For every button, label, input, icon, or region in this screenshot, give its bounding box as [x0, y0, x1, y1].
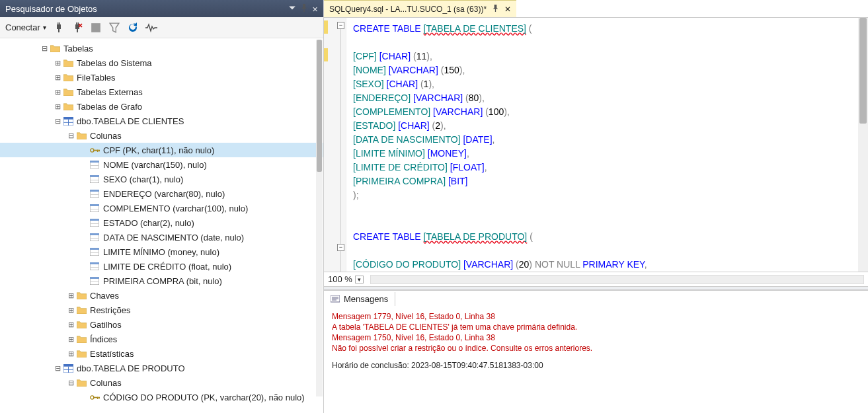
tree-node-estatisticas[interactable]: ⊞Estatísticas — [0, 346, 323, 361]
tree-node-col-endereco[interactable]: ENDEREÇO (varchar(80), nulo) — [0, 186, 323, 201]
messages-pane[interactable]: Mensagem 1779, Nível 16, Estado 0, Linha… — [324, 307, 868, 413]
folder-icon — [75, 335, 87, 343]
refresh-icon[interactable] — [127, 22, 139, 34]
message-line: Mensagem 1750, Nível 16, Estado 0, Linha… — [332, 332, 860, 343]
scrollbar-thumb[interactable] — [859, 18, 867, 124]
tree-node-tabelas-sistema[interactable]: ⊞Tabelas do Sistema — [0, 56, 323, 70]
expand-icon[interactable]: ⊞ — [66, 335, 75, 344]
column-icon — [89, 161, 100, 169]
zoom-dropdown-icon[interactable]: ▾ — [355, 276, 364, 283]
messages-icon — [331, 295, 340, 303]
expand-icon[interactable]: ⊞ — [66, 320, 75, 329]
activity-icon[interactable] — [145, 22, 157, 34]
tree-node-restricoes[interactable]: ⊞Restrições — [0, 303, 323, 317]
folder-icon — [75, 306, 87, 314]
filter-icon[interactable] — [108, 22, 120, 34]
tree-node-col-codigo-produto[interactable]: CÓDIGO DO PRODUTO (PK, varchar(20), não … — [0, 390, 323, 404]
tree-node-tabelas-grafo[interactable]: ⊞Tabelas de Grafo — [0, 99, 323, 114]
tree-node-col-complemento[interactable]: COMPLEMENTO (varchar(100), nulo) — [0, 201, 323, 215]
collapse-icon[interactable]: ⊟ — [53, 364, 62, 373]
editor-gutter: − − — [324, 18, 346, 272]
column-icon — [89, 277, 100, 285]
object-explorer-toolbar: Conectar — [0, 17, 323, 38]
change-marker — [324, 20, 328, 34]
pin-icon[interactable] — [492, 5, 499, 14]
expand-icon[interactable]: ⊞ — [66, 306, 75, 315]
tree-node-gatilhos[interactable]: ⊞Gatilhos — [0, 317, 323, 332]
disconnect-icon[interactable] — [71, 22, 83, 34]
connect-icon[interactable] — [53, 22, 65, 34]
messages-tab[interactable]: Mensagens — [324, 292, 395, 306]
editor-hscrollbar[interactable] — [370, 275, 864, 284]
close-icon[interactable] — [312, 4, 318, 14]
folder-icon — [75, 291, 87, 299]
message-line: Não foi possível criar a restrição ou o … — [332, 343, 860, 354]
column-icon — [89, 219, 100, 227]
table-icon — [62, 364, 74, 373]
pin-icon[interactable] — [300, 4, 308, 14]
folder-icon — [75, 131, 87, 139]
messages-tab-label: Mensagens — [344, 294, 388, 304]
editor-tab[interactable]: SQLQuery4.sql - LA...TU.SUCO_1 (sa (63))… — [324, 0, 516, 17]
editor-scrollbar[interactable] — [858, 18, 868, 272]
object-explorer-titlebar: Pesquisador de Objetos — [0, 0, 323, 17]
message-line: Horário de conclusão: 2023-08-15T09:40:4… — [332, 360, 860, 371]
editor-tabbar: SQLQuery4.sql - LA...TU.SUCO_1 (sa (63))… — [324, 0, 868, 17]
tree-node-col-estado[interactable]: ESTADO (char(2), nulo) — [0, 215, 323, 230]
object-explorer-title: Pesquisador de Objetos — [5, 4, 288, 14]
column-icon — [89, 190, 100, 198]
message-line: A tabela 'TABELA DE CLIENTES' já tem uma… — [332, 322, 860, 332]
tree-node-filetables[interactable]: ⊞FileTables — [0, 70, 323, 85]
message-line: Mensagem 1779, Nível 16, Estado 0, Linha… — [332, 311, 860, 322]
tree-node-tabela-clientes[interactable]: ⊟dbo.TABELA DE CLIENTES — [0, 114, 323, 128]
table-icon — [62, 117, 74, 126]
expand-icon[interactable]: ⊞ — [53, 88, 62, 96]
results-tabbar: Mensagens — [324, 290, 868, 307]
folder-icon — [62, 73, 74, 81]
tree-node-col-sexo[interactable]: SEXO (char(1), nulo) — [0, 172, 323, 186]
collapse-icon[interactable]: ⊟ — [66, 131, 75, 140]
fold-icon[interactable]: − — [337, 22, 344, 29]
collapse-icon[interactable]: ⊟ — [40, 44, 49, 53]
folder-icon — [62, 102, 74, 110]
expand-icon[interactable]: ⊞ — [53, 102, 62, 111]
tree-node-col-nome[interactable]: NOME (varchar(150), nulo) — [0, 157, 323, 172]
column-icon — [89, 233, 100, 241]
tree-node-col-data-nasc[interactable]: DATA DE NASCIMENTO (date, nulo) — [0, 230, 323, 244]
tree-node-chaves[interactable]: ⊞Chaves — [0, 288, 323, 303]
tree-node-col-primeira-compra[interactable]: PRIMEIRA COMPRA (bit, nulo) — [0, 274, 323, 288]
tree-node-tabelas-externas[interactable]: ⊞Tabelas Externas — [0, 85, 323, 99]
tree-node-colunas-2[interactable]: ⊟Colunas — [0, 375, 323, 390]
tree-node-colunas[interactable]: ⊟Colunas — [0, 128, 323, 143]
expand-icon[interactable]: ⊞ — [66, 350, 75, 358]
expand-icon[interactable]: ⊞ — [53, 59, 62, 67]
tab-label: SQLQuery4.sql - LA...TU.SUCO_1 (sa (63))… — [329, 5, 487, 14]
stop-icon[interactable] — [90, 22, 102, 34]
collapse-icon[interactable]: ⊟ — [53, 117, 62, 126]
primary-key-icon — [89, 394, 100, 401]
scrollbar-thumb[interactable] — [317, 40, 322, 172]
fold-icon[interactable]: − — [337, 244, 344, 251]
object-tree[interactable]: ⊟Tabelas ⊞Tabelas do Sistema ⊞FileTables… — [0, 38, 323, 413]
tree-node-col-limite-cred[interactable]: LIMITE DE CRÉDITO (float, nulo) — [0, 259, 323, 274]
connect-dropdown[interactable]: Conectar — [5, 22, 46, 32]
column-icon — [89, 262, 100, 270]
folder-icon — [49, 44, 61, 52]
window-options-icon[interactable] — [288, 4, 296, 14]
folder-icon — [75, 350, 87, 357]
editor-area[interactable]: − − CREATE TABLE [TABELA DE CLIENTES] ( … — [324, 17, 868, 272]
close-icon[interactable]: ✕ — [504, 5, 511, 14]
tree-node-tabelas[interactable]: ⊟Tabelas — [0, 41, 323, 56]
tree-node-col-cpf[interactable]: CPF (PK, char(11), não nulo) — [0, 143, 323, 157]
tree-node-tabela-produto[interactable]: ⊟dbo.TABELA DE PRODUTO — [0, 361, 323, 375]
tree-node-col-limite-min[interactable]: LIMITE MÍNIMO (money, nulo) — [0, 244, 323, 259]
code-editor[interactable]: CREATE TABLE [TABELA DE CLIENTES] ( [CPF… — [346, 18, 868, 272]
folder-icon — [75, 379, 87, 387]
collapse-icon[interactable]: ⊟ — [66, 379, 75, 387]
expand-icon[interactable]: ⊞ — [66, 291, 75, 300]
zoom-bar: 100 % ▾ — [324, 272, 868, 286]
object-explorer-panel: Pesquisador de Objetos Conectar ⊟Tabelas… — [0, 0, 324, 413]
expand-icon[interactable]: ⊞ — [53, 73, 62, 82]
tree-node-indices[interactable]: ⊞Índices — [0, 332, 323, 346]
tree-scrollbar[interactable] — [316, 40, 323, 396]
